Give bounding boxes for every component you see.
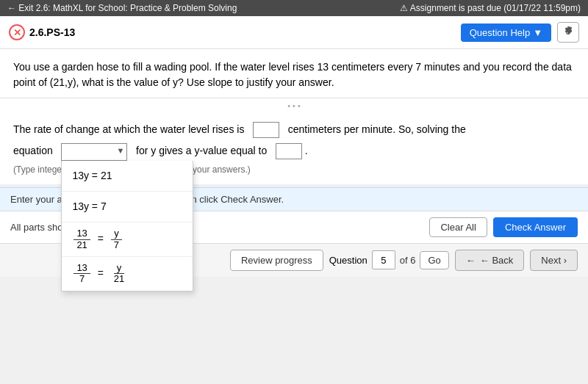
fraction-y-21: y 21 xyxy=(111,263,127,285)
clear-all-button[interactable]: Clear All xyxy=(429,217,487,237)
gear-button[interactable] xyxy=(557,22,579,43)
line1-suffix: centimeters per minute. So, solving the xyxy=(288,123,466,135)
rate-input[interactable] xyxy=(253,122,279,138)
fraction-13-21: 13 21 xyxy=(74,228,90,250)
question-label: Question xyxy=(329,255,368,266)
x-circle-icon: ✕ xyxy=(9,24,25,40)
answer-line2: equation ▼ 13y = 21 13y = 7 13 21 = y xyxy=(13,142,575,161)
question-id: ✕ 2.6.PS-13 xyxy=(9,24,75,40)
question-num-area: Question of 6 Go xyxy=(329,250,449,269)
line2-prefix: equation xyxy=(13,145,53,156)
gear-icon xyxy=(562,26,574,38)
check-answer-button[interactable]: Check Answer xyxy=(493,217,578,237)
question-text: You use a garden hose to fill a wading p… xyxy=(13,61,572,88)
top-bar: ← Exit 2.6: MathXL for School: Practice … xyxy=(0,0,588,16)
back-button[interactable]: ← ← Back xyxy=(455,250,525,271)
fraction-13-7: 13 7 xyxy=(74,263,90,285)
dropdown-item-1[interactable]: 13y = 21 xyxy=(62,161,193,192)
question-number-input[interactable] xyxy=(372,250,395,269)
dropdown-item-2[interactable]: 13y = 7 xyxy=(62,192,193,222)
question-body: You use a garden hose to fill a wading p… xyxy=(0,49,588,98)
equation-dropdown[interactable] xyxy=(61,143,127,161)
divider-dots: • • • xyxy=(0,98,588,113)
fraction-y-7: y 7 xyxy=(111,228,122,250)
header-right: Question Help ▼ xyxy=(461,22,579,43)
y-value-input[interactable] xyxy=(276,143,302,159)
dropdown-item-3[interactable]: 13 21 = y 7 xyxy=(62,222,193,257)
question-id-label: 2.6.PS-13 xyxy=(29,26,75,38)
answer-line1: The rate of change at which the water le… xyxy=(13,120,575,139)
equation-dropdown-wrapper[interactable]: ▼ 13y = 21 13y = 7 13 21 = y 7 xyxy=(61,142,127,161)
top-bar-right: ⚠ Assignment is past due (01/17/22 11:59… xyxy=(400,3,581,13)
of-label: of 6 xyxy=(400,255,416,266)
go-button[interactable]: Go xyxy=(420,251,448,269)
next-button[interactable]: Next › xyxy=(530,250,578,271)
dropdown-item-4[interactable]: 13 7 = y 21 xyxy=(62,257,193,291)
dropdown-menu: 13y = 21 13y = 7 13 21 = y 7 13 xyxy=(61,161,193,291)
action-buttons: Clear All Check Answer xyxy=(429,217,578,237)
top-bar-left: ← Exit 2.6: MathXL for School: Practice … xyxy=(7,3,237,13)
question-help-button[interactable]: Question Help ▼ xyxy=(461,23,551,42)
line1-prefix: The rate of change at which the water le… xyxy=(13,123,244,135)
line2-suffix: for y gives a y-value equal to xyxy=(136,145,267,156)
review-progress-button[interactable]: Review progress xyxy=(230,250,323,271)
question-header: ✕ 2.6.PS-13 Question Help ▼ xyxy=(0,16,588,49)
back-arrow-icon: ← xyxy=(466,255,476,266)
answer-area: The rate of change at which the water le… xyxy=(0,113,588,184)
